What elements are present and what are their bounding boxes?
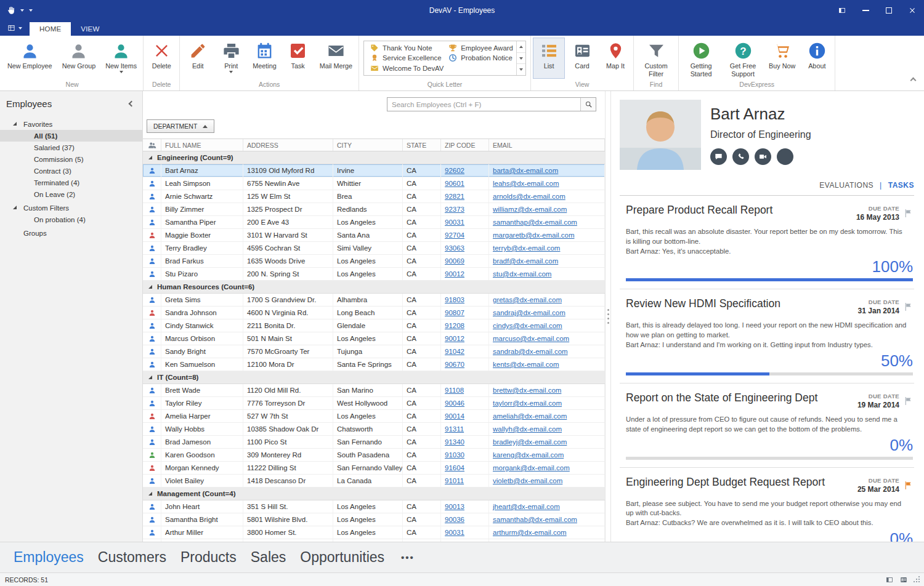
employee-row-ken-samuelson[interactable]: Ken Samuelson 12100 Mora Dr Santa Fe Spr… (143, 358, 605, 371)
employee-row-bart-arnaz[interactable]: Bart Arnaz 13109 Old Myford Rd Irvine CA… (143, 164, 605, 177)
ribbon-tab-home[interactable]: HOME (30, 22, 71, 36)
cell-zip-link[interactable]: 91340 (441, 436, 489, 448)
detail-tab-evaluations[interactable]: EVALUATIONS (819, 181, 873, 190)
cell-zip-link[interactable]: 91011 (441, 475, 489, 487)
expander-icon[interactable] (13, 206, 17, 209)
column-header-full-name[interactable]: FULL NAME (161, 139, 243, 151)
close-button[interactable] (901, 0, 924, 20)
nav-overflow-button[interactable]: ••• (401, 552, 415, 563)
quick-access-caret-icon[interactable] (29, 9, 33, 12)
cell-email-link[interactable]: bradf@dx-email.com (489, 255, 605, 267)
sidebar-item-terminated-4[interactable]: Terminated (4) (0, 177, 142, 188)
cell-email-link[interactable]: wallyh@dx-email.com (489, 423, 605, 435)
application-menu-button[interactable] (5, 24, 30, 36)
employee-row-cindy-stanwick[interactable]: Cindy Stanwick 2211 Bonita Dr. Glendale … (143, 319, 605, 332)
cell-email-link[interactable]: violetb@dx-email.com (489, 475, 605, 487)
employee-row-arthur-miller[interactable]: Arthur Miller 3800 Homer St. Los Angeles… (143, 526, 605, 539)
cell-email-link[interactable]: leahs@dx-email.com (489, 177, 605, 190)
nav-item-employees[interactable]: Employees (14, 549, 84, 566)
cell-zip-link[interactable]: 91108 (441, 384, 489, 396)
cell-zip-link[interactable]: 92602 (441, 164, 489, 177)
task-card-review-new-hdmi-specification[interactable]: Review New HDMI Specification DUE DATE 3… (620, 289, 914, 383)
sidebar-item-favorites[interactable]: Favorites (0, 118, 142, 130)
minimize-button[interactable] (854, 0, 877, 20)
cell-zip-link[interactable]: 90031 (441, 216, 489, 228)
employee-row-morgan-kennedy[interactable]: Morgan Kennedy 11222 Dilling St San Fern… (143, 462, 605, 475)
employee-row-brad-farkus[interactable]: Brad Farkus 1635 Woods Drive Los Angeles… (143, 255, 605, 268)
group-row-engineering-count-9[interactable]: Engineering (Count=9) (143, 151, 605, 164)
task-button[interactable]: Task (282, 38, 314, 79)
employee-row-billy-zimmer[interactable]: Billy Zimmer 1325 Prospect Dr Redlands C… (143, 203, 605, 216)
group-by-department-chip[interactable]: DEPARTMENT (147, 119, 214, 133)
column-header-address[interactable]: ADDRESS (243, 139, 333, 151)
sidebar-item-on-leave-2[interactable]: On Leave (2) (0, 188, 142, 200)
cell-zip-link[interactable]: 90031 (441, 526, 489, 539)
cell-email-link[interactable]: williamz@dx-email.com (489, 203, 605, 215)
nav-item-customers[interactable]: Customers (98, 549, 166, 566)
employee-row-brad-jameson[interactable]: Brad Jameson 1100 Pico St San Fernando C… (143, 436, 605, 449)
employee-row-john-heart[interactable]: John Heart 351 S Hill St. Los Angeles CA… (143, 500, 605, 513)
cell-zip-link[interactable]: 90036 (441, 513, 489, 526)
cell-zip-link[interactable]: 91030 (441, 449, 489, 461)
employee-row-maggie-boxter[interactable]: Maggie Boxter 3101 W Harvard St Santa An… (143, 229, 605, 242)
cell-email-link[interactable]: margaretb@dx-email.com (489, 229, 605, 241)
quick-letter-item-welcome-to-devav[interactable]: Welcome To DevAV (368, 63, 446, 73)
card-button[interactable]: Card (566, 38, 598, 79)
cell-zip-link[interactable]: 92821 (441, 190, 489, 203)
contact-cam-button[interactable] (755, 148, 771, 165)
column-header-email[interactable]: EMAIL (489, 139, 605, 151)
contact-phone-button[interactable] (732, 148, 749, 165)
cell-zip-link[interactable]: 92704 (441, 229, 489, 241)
cell-zip-link[interactable]: 90807 (441, 307, 489, 319)
employee-row-karen-goodson[interactable]: Karen Goodson 309 Monterey Rd South Pasa… (143, 449, 605, 462)
buy-now-button[interactable]: Buy Now (764, 38, 800, 79)
about-button[interactable]: About (801, 38, 833, 79)
cell-email-link[interactable]: ameliah@dx-email.com (489, 410, 605, 422)
employee-row-violet-bailey[interactable]: Violet Bailey 1418 Descanso Dr La Canada… (143, 475, 605, 488)
collapse-group-icon[interactable] (148, 375, 152, 379)
quick-letter-item-service-excellence[interactable]: Service Excellence (368, 53, 446, 63)
nav-item-sales[interactable]: Sales (251, 549, 286, 566)
collapse-group-icon[interactable] (148, 156, 152, 159)
cell-zip-link[interactable]: 93063 (441, 242, 489, 254)
meeting-button[interactable]: Meeting (248, 38, 280, 79)
cell-zip-link[interactable]: 91042 (441, 345, 489, 358)
nav-item-products[interactable]: Products (180, 549, 237, 566)
contact-mail-button[interactable] (777, 148, 793, 165)
task-flag-icon[interactable] (904, 481, 913, 490)
column-header-zip-code[interactable]: ZIP CODE (441, 139, 489, 151)
nav-item-opportunities[interactable]: Opportunities (300, 549, 384, 566)
employee-row-sandy-bright[interactable]: Sandy Bright 7570 McGroarty Ter Tujunga … (143, 345, 605, 358)
employee-row-samantha-bright[interactable]: Samantha Bright 5801 Wilshire Blvd. Los … (143, 513, 605, 526)
cell-email-link[interactable]: sandraj@dx-email.com (489, 307, 605, 319)
cell-email-link[interactable]: gretas@dx-email.com (489, 294, 605, 306)
custom-filter-button[interactable]: Custom Filter (636, 38, 676, 79)
cell-zip-link[interactable]: 91311 (441, 423, 489, 435)
employee-row-brett-wade[interactable]: Brett Wade 1120 Old Mill Rd. San Marino … (143, 384, 605, 397)
delete-button[interactable]: Delete (145, 38, 177, 79)
sidebar-item-custom-filters[interactable]: Custom Filters (0, 202, 142, 214)
getting-started-button[interactable]: Getting Started (681, 38, 721, 79)
cell-zip-link[interactable]: 90670 (441, 358, 489, 371)
employee-row-marcus-orbison[interactable]: Marcus Orbison 501 N Main St Los Angeles… (143, 332, 605, 345)
employee-row-leah-simpson[interactable]: Leah Simpson 6755 Newlin Ave Whittier CA… (143, 177, 605, 190)
list-button[interactable]: List (533, 38, 565, 79)
employee-row-stu-pizaro[interactable]: Stu Pizaro 200 N. Spring St Los Angeles … (143, 268, 605, 281)
employee-search-input[interactable] (387, 98, 580, 111)
collapse-group-icon[interactable] (148, 492, 152, 496)
ribbon-tab-view[interactable]: VIEW (71, 22, 109, 36)
employee-row-wally-hobbs[interactable]: Wally Hobbs 10385 Shadow Oak Dr Chatswor… (143, 423, 605, 436)
employee-row-arnie-schwartz[interactable]: Arnie Schwartz 125 W Elm St Brea CA 9282… (143, 190, 605, 203)
employee-row-taylor-riley[interactable]: Taylor Riley 7776 Torreyson Dr West Holl… (143, 397, 605, 410)
gallery-scroll-down-button[interactable] (517, 53, 525, 65)
cell-email-link[interactable]: morgank@dx-email.com (489, 462, 605, 474)
resize-grip-icon[interactable] (913, 576, 921, 584)
sidebar-item-salaried-37[interactable]: Salaried (37) (0, 142, 142, 153)
collapse-sidebar-icon[interactable] (129, 101, 135, 107)
task-card-engineering-dept-budget-request-report[interactable]: Engineering Dept Budget Request Report D… (620, 468, 914, 542)
expander-icon[interactable] (13, 122, 17, 126)
map-it-button[interactable]: Map It (599, 38, 631, 79)
cell-email-link[interactable]: sandrab@dx-email.com (489, 345, 605, 358)
gallery-scroll-up-button[interactable] (517, 41, 525, 53)
cell-email-link[interactable]: samanthap@dx-email.com (489, 216, 605, 228)
